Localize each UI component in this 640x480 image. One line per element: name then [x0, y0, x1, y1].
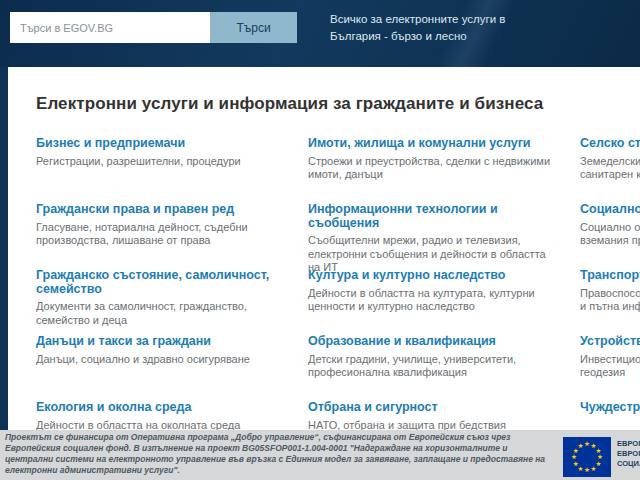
- category-card: Социално осигуряване и заетост Социално …: [580, 203, 640, 269]
- eu-funding-label: ЕВРОПЕЙСКИ СЪЮЗ ЕВРОПЕЙСКИ СОЦИАЛЕН ФОНД: [617, 439, 640, 469]
- category-link[interactable]: Гражданско състояние, самоличност, семей…: [36, 269, 288, 296]
- content-panel: Електронни услуги и информация за гражда…: [8, 67, 640, 430]
- category-description: Регистрации, разрешителни, процедури: [36, 155, 288, 169]
- eu-line: ЕВРОПЕЙСКИ СЪЮЗ: [617, 439, 640, 449]
- category-link[interactable]: Чуждестранни граждани в България: [580, 401, 640, 415]
- category-description: Документи за самоличност, гражданство, с…: [36, 300, 288, 327]
- category-description: Правоспособност на водачи, превозни сред…: [580, 287, 640, 314]
- category-card: Култура и културно наследство Дейности в…: [308, 269, 560, 335]
- category-link[interactable]: Транспорт и превозни средства: [580, 269, 640, 283]
- category-link[interactable]: Информационни технологии и съобщения: [308, 203, 560, 230]
- category-link[interactable]: Екология и околна среда: [36, 401, 288, 415]
- category-card: Транспорт и превозни средства Правоспосо…: [580, 269, 640, 335]
- category-description: Инвестиционно проектиране, кадастър и ге…: [580, 353, 640, 380]
- category-link[interactable]: Данъци и такси за граждани: [36, 335, 288, 349]
- category-card: Бизнес и предприемачи Регистрации, разре…: [36, 137, 288, 203]
- search-button[interactable]: Търси: [210, 12, 297, 43]
- category-card: Образование и квалификация Детски градин…: [308, 335, 560, 401]
- category-column-1: Бизнес и предприемачи Регистрации, разре…: [36, 137, 288, 467]
- category-link[interactable]: Култура и културно наследство: [308, 269, 560, 283]
- category-link[interactable]: Граждански права и правен ред: [36, 203, 288, 217]
- category-card: Устройство на територията и кадастър Инв…: [580, 335, 640, 401]
- category-link[interactable]: Устройство на територията и кадастър: [580, 335, 640, 349]
- search-input[interactable]: [10, 12, 210, 43]
- category-description: Дейности в областта на културата, култур…: [308, 287, 560, 314]
- category-link[interactable]: Образование и квалификация: [308, 335, 560, 349]
- category-column-2: Имоти, жилища и комунални услуги Строежи…: [308, 137, 560, 467]
- svg-text:★: ★: [584, 466, 590, 474]
- eu-flag-icon: ★ ★ ★ ★ ★ ★ ★ ★ ★ ★ ★ ★: [563, 437, 611, 477]
- category-link[interactable]: Имоти, жилища и комунални услуги: [308, 137, 560, 151]
- category-description: Данъци, социално и здравно осигуряване: [36, 353, 288, 367]
- category-link[interactable]: Бизнес и предприемачи: [36, 137, 288, 151]
- eu-line: СОЦИАЛЕН ФОНД: [617, 459, 640, 469]
- svg-text:★: ★: [591, 465, 597, 473]
- category-card: Гражданско състояние, самоличност, семей…: [36, 269, 288, 335]
- eu-line: ЕВРОПЕЙСКИ: [617, 449, 640, 459]
- footer: Проектът се финансира от Оперативна прог…: [0, 430, 640, 480]
- category-description: Гласуване, нотариална дейност, съдебни п…: [36, 221, 288, 248]
- svg-text:★: ★: [584, 440, 590, 448]
- top-bar: Търси Всичко за електронните услуги в Бъ…: [0, 0, 640, 67]
- category-description: Строежи и преустройства, сделки с недвиж…: [308, 155, 560, 182]
- funding-text: Проектът се финансира от Оперативна прог…: [5, 432, 557, 476]
- category-description: Детски градини, училище, университети, п…: [308, 353, 560, 380]
- search-bar: Търси: [10, 12, 297, 43]
- svg-text:★: ★: [578, 442, 584, 450]
- category-card: Информационни технологии и съобщения Съо…: [308, 203, 560, 269]
- category-card: Граждански права и правен ред Гласуване,…: [36, 203, 288, 269]
- category-card: Данъци и такси за граждани Данъци, социа…: [36, 335, 288, 401]
- category-link[interactable]: Отбрана и сигурност: [308, 401, 560, 415]
- category-column-3: Селско стопанство Земеделски дейности, в…: [580, 137, 640, 467]
- category-description: Земеделски дейности, ветеринарен и фито-…: [580, 155, 640, 182]
- category-card: Имоти, жилища и комунални услуги Строежи…: [308, 137, 560, 203]
- category-description: Социално осигуряване, пенсии, обезщетени…: [580, 221, 640, 248]
- category-link[interactable]: Селско стопанство: [580, 137, 640, 151]
- site-tagline: Всичко за електронните услуги в България…: [330, 11, 548, 44]
- category-card: Селско стопанство Земеделски дейности, в…: [580, 137, 640, 203]
- category-link[interactable]: Социално осигуряване и заетост: [580, 203, 640, 217]
- page-title: Електронни услуги и информация за гражда…: [36, 94, 543, 114]
